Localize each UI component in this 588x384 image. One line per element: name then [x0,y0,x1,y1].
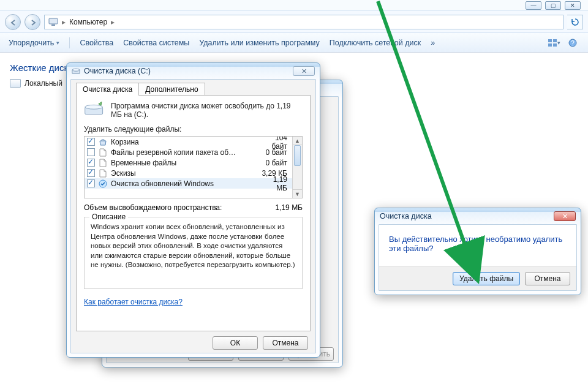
breadcrumb-sep-icon: ▸ [62,18,66,26]
chevron-down-icon: ▾ [56,40,59,46]
cleanup-cancel-button[interactable]: Отмена [263,336,308,350]
toolbar-system-properties[interactable]: Свойства системы [123,39,189,47]
file-type-icon [98,169,107,178]
explorer-address-row: ▸ Компьютер ▸ [0,11,588,33]
file-type-checkbox[interactable] [87,179,95,187]
disk-cleanup-tabs: Очистка диска Дополнительно [76,82,311,95]
computer-icon [48,18,58,26]
file-type-icon [98,148,107,157]
file-type-icon [98,159,107,167]
disk-cleanup-icon [72,67,80,75]
tab-more-options[interactable]: Дополнительно [138,83,205,96]
file-type-name: Файлы резервной копии пакета об… [111,148,260,157]
explorer-minimize-button[interactable]: — [526,1,541,10]
file-type-checkbox[interactable] [87,138,95,146]
file-type-list[interactable]: Корзина104 байтФайлы резервной копии пак… [84,136,303,198]
svg-rect-0 [49,18,58,24]
confirm-title: Очистка диска [380,212,432,220]
confirm-message: Вы действительно хотите необратимо удали… [379,225,576,266]
explorer-titlebar: — ▢ ✕ [0,0,588,11]
disk-cleanup-tab-page: Программа очистки диска может освободить… [76,95,311,331]
file-type-icon [98,179,107,188]
svg-rect-4 [548,43,552,47]
description-group-title: Описание [89,213,128,221]
view-icon [548,39,557,47]
refresh-icon [571,18,579,26]
toolbar-organize-label: Упорядочить [9,39,54,47]
toolbar-organize[interactable]: Упорядочить ▾ [9,39,59,47]
arrow-right-icon [29,19,37,26]
toolbar-properties[interactable]: Свойства [80,39,113,47]
cleanup-blurb-text: Программа очистки диска может освободить… [111,102,303,119]
scroll-down-button[interactable]: ▼ [293,189,302,198]
svg-rect-3 [553,39,557,42]
svg-text:?: ? [571,40,575,47]
svg-rect-5 [553,43,557,47]
drive-icon [10,79,21,88]
nav-forward-button[interactable] [24,14,40,30]
how-cleanup-works-link[interactable]: Как работает очистка диска? [84,298,183,306]
file-type-row[interactable]: Очистка обновлений Windows1,19 МБ [85,178,302,189]
confirm-close-button[interactable]: ✕ [554,211,576,221]
drive-label: Локальный [24,79,62,88]
freed-space-label: Объем высвобождаемого пространства: [84,203,222,212]
freed-space-value: 1,19 МБ [275,203,303,212]
svg-point-11 [85,105,103,109]
file-type-checkbox[interactable] [87,159,95,167]
toolbar-help-button[interactable]: ? [566,37,579,48]
file-list-scrollbar[interactable]: ▲ ▼ [292,137,302,198]
chevron-down-icon: ▾ [557,40,560,46]
disk-cleanup-title: Очистка диска (C:) [84,67,151,75]
file-type-row[interactable]: Файлы резервной копии пакета об…0 байт [85,147,302,157]
file-type-checkbox[interactable] [87,148,95,156]
file-type-name: Временные файлы [111,159,260,167]
confirm-delete-dialog: Очистка диска ✕ Вы действительно хотите … [374,208,581,295]
scroll-thumb[interactable] [294,145,301,166]
description-text: Windows хранит копии всех обновлений, ус… [91,222,296,282]
disk-cleanup-close-button[interactable]: ✕ [293,66,315,76]
file-list-label: Удалить следующие файлы: [84,125,303,134]
tab-disk-cleanup[interactable]: Очистка диска [76,83,139,96]
refresh-button[interactable] [567,15,583,29]
file-type-name: Эскизы [111,169,260,178]
file-type-checkbox[interactable] [87,169,95,177]
drive-large-icon [84,102,105,118]
breadcrumb-sep-icon: ▸ [111,18,115,26]
file-type-name: Корзина [111,138,260,146]
nav-back-button[interactable] [5,14,21,30]
toolbar-more[interactable]: » [431,39,435,47]
disk-cleanup-titlebar[interactable]: Очистка диска (C:) ✕ [67,63,320,79]
cleanup-ok-button[interactable]: ОК [213,336,258,350]
explorer-maximize-button[interactable]: ▢ [545,1,561,10]
disk-cleanup-dialog: Очистка диска (C:) ✕ Очистка диска Допол… [66,62,320,358]
explorer-close-button[interactable]: ✕ [565,1,581,10]
svg-rect-2 [548,39,552,42]
toolbar-separator [69,37,70,48]
scroll-up-button[interactable]: ▲ [293,137,302,145]
file-type-row[interactable]: Корзина104 байт [85,137,302,147]
description-group: Описание Windows хранит копии всех обнов… [84,217,303,289]
view-options-button[interactable]: ▾ [548,37,561,48]
address-bar[interactable]: ▸ Компьютер ▸ [44,15,564,29]
breadcrumb-root[interactable]: Компьютер [69,18,107,26]
svg-point-9 [72,69,80,71]
file-type-row[interactable]: Временные файлы0 байт [85,157,302,168]
file-type-icon [98,138,107,146]
svg-rect-1 [51,24,55,26]
toolbar-uninstall-program[interactable]: Удалить или изменить программу [199,39,320,47]
help-icon: ? [568,39,577,47]
explorer-toolbar: Упорядочить ▾ Свойства Свойства системы … [0,33,588,53]
confirm-cancel-button[interactable]: Отмена [525,272,570,285]
toolbar-map-network-drive[interactable]: Подключить сетевой диск [330,39,421,47]
arrow-left-icon [10,19,17,26]
confirm-titlebar[interactable]: Очистка диска ✕ [375,208,581,224]
file-type-name: Очистка обновлений Windows [111,179,260,188]
confirm-delete-button[interactable]: Удалить файлы [453,272,520,285]
